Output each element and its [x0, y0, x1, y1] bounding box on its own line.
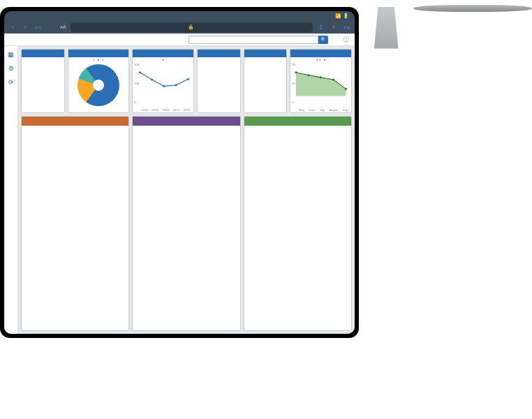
new-tab-icon[interactable]: +: [330, 23, 338, 31]
svg-marker-5: [296, 73, 346, 96]
bookmarks-icon[interactable]: ▭: [34, 23, 42, 31]
svg-point-1: [151, 78, 153, 80]
share-icon[interactable]: ⇪: [317, 23, 325, 31]
svg-point-9: [332, 78, 334, 80]
url-bar[interactable]: 🔒: [71, 22, 313, 32]
area-chart: 40200 MayJuneJulyAugustSept: [290, 57, 351, 112]
back-button[interactable]: ‹: [8, 23, 17, 31]
columns-row: [21, 116, 352, 331]
svg-point-10: [345, 88, 347, 90]
app-body: ▦ ⚙ ⟳: [4, 46, 355, 334]
pie-chart: [77, 64, 119, 106]
col-completed: [244, 116, 352, 331]
ipad-status-bar: 📶 🔋: [4, 11, 355, 21]
forward-button[interactable]: ›: [21, 23, 29, 31]
search-button[interactable]: 🔍: [318, 36, 328, 44]
browser-toolbar: ‹ › ▭ ᴀA 🔒 ⇪ + ▭: [4, 21, 355, 34]
monitor-frame: 📶 🔋 ‹ › ▭ ᴀA 🔒 ⇪ + ▭ 🔍 ⓘ ▦ ⚙ ⟳: [0, 7, 359, 338]
col-processing: [132, 116, 240, 331]
dashboard-icon[interactable]: ▦: [7, 50, 15, 59]
settings-icon[interactable]: ⚙: [7, 64, 15, 73]
tabs-icon[interactable]: ▭: [342, 23, 350, 31]
search-wrap: 🔍: [189, 36, 328, 44]
completed-list: [244, 126, 351, 330]
widget-partial: [244, 49, 288, 113]
col-received: [21, 116, 129, 331]
pie-legend: [68, 58, 129, 61]
app-frame: 🔍 ⓘ ▦ ⚙ ⟳: [4, 34, 355, 334]
status-battery: 📶 🔋: [335, 13, 349, 19]
left-nav: ▦ ⚙ ⟳: [4, 46, 18, 334]
main-content: 4002000 10/1510/1410/1310/1210/11: [18, 46, 355, 334]
screen: 📶 🔋 ‹ › ▭ ᴀA 🔒 ⇪ + ▭ 🔍 ⓘ ▦ ⚙ ⟳: [4, 11, 355, 334]
font-size-icon[interactable]: ᴀA: [60, 24, 66, 30]
widget-completed: ● 40200 MayJuneJulyAugustSept: [290, 49, 352, 113]
svg-point-3: [175, 84, 177, 86]
svg-point-6: [295, 71, 297, 73]
app-header: 🔍 ⓘ: [4, 34, 355, 46]
widget-row: 4002000 10/1510/1410/1310/1210/11: [21, 49, 352, 113]
svg-point-0: [139, 71, 141, 73]
monitor-stand: [359, 7, 413, 56]
refresh-icon[interactable]: ⟳: [7, 78, 15, 87]
widget-new-orders: [21, 49, 65, 113]
svg-point-8: [320, 76, 322, 78]
received-list: [22, 126, 128, 330]
monitor-base: [413, 5, 532, 12]
processing-list: [133, 126, 239, 330]
widget-unshipped: [197, 49, 241, 113]
widget-sales-source: [68, 49, 130, 113]
svg-point-2: [163, 85, 165, 87]
search-input[interactable]: [189, 36, 318, 44]
svg-point-4: [187, 78, 189, 80]
widget-avg-value: 4002000 10/1510/1410/1310/1210/11: [132, 49, 194, 113]
svg-point-7: [308, 74, 310, 76]
info-icon[interactable]: ⓘ: [343, 36, 349, 43]
line-chart: 4002000 10/1510/1410/1310/1210/11: [133, 57, 193, 112]
